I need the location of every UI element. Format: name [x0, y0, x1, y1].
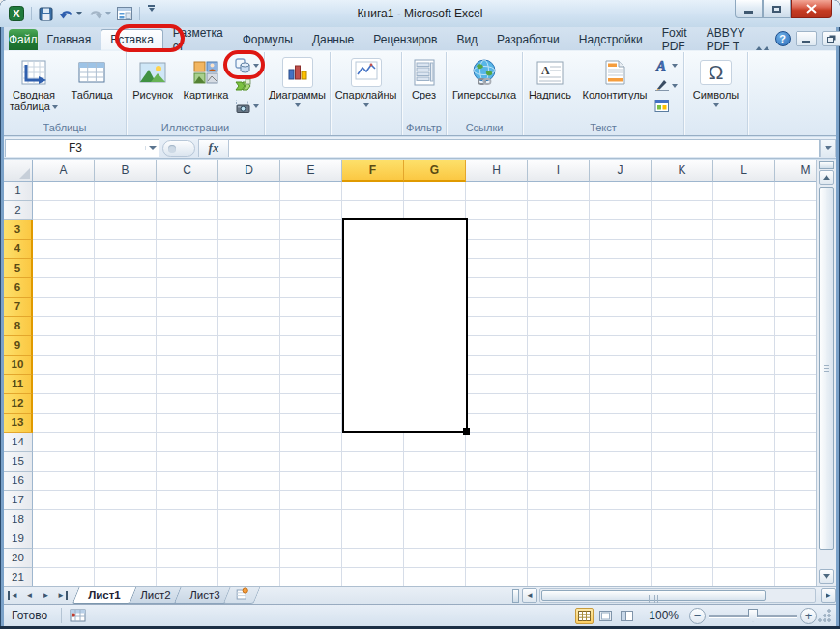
textbox-button[interactable]: A Надпись: [523, 54, 577, 118]
scroll-right-button[interactable]: ►: [821, 588, 836, 603]
row-header-12[interactable]: 12: [4, 394, 33, 414]
scroll-left-button[interactable]: ◄: [522, 588, 537, 603]
zoom-slider-thumb[interactable]: [748, 609, 758, 622]
undo-button[interactable]: [58, 5, 83, 22]
hyperlink-button[interactable]: Гиперссылка: [449, 54, 520, 118]
maximize-button[interactable]: [763, 0, 791, 18]
excel-logo-icon[interactable]: X: [8, 5, 25, 22]
name-box-dropdown[interactable]: [145, 146, 159, 150]
row-header-5[interactable]: 5: [4, 259, 33, 278]
customize-qat-button[interactable]: [146, 5, 156, 22]
tab-abbyy-pdf[interactable]: ABBYY PDF T: [697, 29, 755, 50]
column-header-G[interactable]: G: [404, 160, 466, 182]
prev-sheet-button[interactable]: ◄: [22, 588, 37, 603]
column-header-M[interactable]: M: [775, 160, 816, 182]
horizontal-scroll-thumb[interactable]: [541, 590, 766, 601]
first-sheet-button[interactable]: ◄: [6, 588, 20, 603]
row-header-20[interactable]: 20: [4, 549, 33, 568]
row-header-14[interactable]: 14: [4, 433, 33, 452]
redo-button[interactable]: [87, 5, 112, 22]
collapse-ribbon-button[interactable]: [755, 30, 770, 47]
row-header-18[interactable]: 18: [4, 510, 33, 529]
row-header-10[interactable]: 10: [4, 356, 33, 375]
column-header-F[interactable]: F: [342, 160, 404, 182]
rectangle-shape[interactable]: [342, 218, 468, 433]
tab-review[interactable]: Рецензиров: [363, 29, 447, 50]
record-macro-button[interactable]: [70, 609, 86, 622]
tab-addins[interactable]: Надстройки: [569, 29, 652, 50]
row-header-16[interactable]: 16: [4, 472, 33, 491]
headerfooter-button[interactable]: Колонтитулы: [577, 54, 652, 118]
signature-line-button[interactable]: [652, 76, 680, 95]
row-header-3[interactable]: 3: [4, 220, 33, 240]
wordart-button[interactable]: A: [652, 56, 680, 74]
horizontal-scrollbar[interactable]: [539, 588, 816, 603]
symbols-button[interactable]: Ω Символы: [687, 54, 745, 118]
minimize-button[interactable]: [735, 0, 763, 18]
column-header-L[interactable]: L: [713, 160, 775, 182]
object-button[interactable]: [652, 97, 680, 115]
row-header-4[interactable]: 4: [4, 240, 33, 259]
picture-button[interactable]: Рисунок: [127, 54, 179, 118]
tab-file[interactable]: Файл: [9, 29, 38, 50]
column-header-J[interactable]: J: [590, 160, 652, 182]
tab-foxit-pdf[interactable]: Foxit PDF: [652, 29, 697, 50]
scroll-up-button[interactable]: [819, 170, 834, 185]
row-header-8[interactable]: 8: [4, 317, 33, 336]
column-header-I[interactable]: I: [528, 160, 590, 182]
column-header-D[interactable]: D: [218, 160, 280, 182]
workbook-restore-button[interactable]: [822, 31, 840, 46]
slicer-button[interactable]: Срез: [404, 54, 445, 118]
insert-sheet-button[interactable]: [223, 587, 261, 604]
column-header-H[interactable]: H: [466, 160, 528, 182]
tab-home[interactable]: Главная: [38, 29, 101, 50]
scroll-down-button[interactable]: [819, 569, 834, 584]
row-header-19[interactable]: 19: [4, 529, 33, 549]
shape-resize-handle[interactable]: [463, 428, 470, 435]
vertical-scroll-thumb[interactable]: [819, 187, 834, 550]
row-header-15[interactable]: 15: [4, 452, 33, 472]
row-header-6[interactable]: 6: [4, 278, 33, 298]
row-header-21[interactable]: 21: [4, 568, 33, 586]
column-header-K[interactable]: K: [652, 160, 713, 182]
name-box[interactable]: F3: [5, 139, 159, 157]
row-header-2[interactable]: 2: [4, 201, 33, 220]
sheet-tab-list1[interactable]: Лист1: [72, 587, 136, 604]
page-break-view-button[interactable]: [618, 608, 636, 624]
tab-view[interactable]: Вид: [447, 29, 487, 50]
resize-grip[interactable]: [818, 609, 831, 622]
save-button[interactable]: [38, 5, 54, 22]
select-all-corner[interactable]: [4, 160, 33, 182]
table-button[interactable]: Таблица: [64, 54, 120, 118]
workbook-minimize-button[interactable]: [796, 31, 817, 46]
help-button[interactable]: ?: [775, 31, 791, 46]
column-header-B[interactable]: B: [95, 160, 157, 182]
last-sheet-button[interactable]: ►: [55, 588, 70, 603]
row-header-9[interactable]: 9: [4, 336, 33, 356]
column-header-C[interactable]: C: [157, 160, 218, 182]
formula-input[interactable]: [229, 139, 820, 157]
page-layout-view-button[interactable]: [596, 608, 615, 624]
zoom-out-button[interactable]: −: [689, 608, 706, 624]
expand-formula-bar-button[interactable]: [820, 139, 836, 157]
zoom-level[interactable]: 100%: [649, 609, 679, 622]
next-sheet-button[interactable]: ►: [39, 588, 53, 603]
column-header-A[interactable]: A: [33, 160, 95, 182]
sparklines-button[interactable]: Спарклайны: [333, 54, 400, 118]
row-header-13[interactable]: 13: [4, 414, 33, 433]
tab-data[interactable]: Данные: [303, 29, 363, 50]
tab-formulas[interactable]: Формулы: [233, 29, 303, 50]
pivot-table-button[interactable]: Сводная таблица: [4, 54, 64, 118]
tab-developer[interactable]: Разработчи: [487, 29, 569, 50]
vertical-scrollbar[interactable]: [816, 160, 836, 586]
column-header-E[interactable]: E: [280, 160, 342, 182]
normal-view-button[interactable]: [575, 608, 594, 624]
row-header-17[interactable]: 17: [4, 491, 33, 510]
form-view-button[interactable]: [116, 5, 133, 22]
row-header-11[interactable]: 11: [4, 375, 33, 394]
vertical-split-handle[interactable]: [819, 161, 834, 169]
horizontal-split-handle[interactable]: [512, 589, 519, 603]
row-header-7[interactable]: 7: [4, 298, 33, 317]
close-button[interactable]: [791, 0, 832, 18]
screenshot-button[interactable]: [233, 97, 261, 115]
